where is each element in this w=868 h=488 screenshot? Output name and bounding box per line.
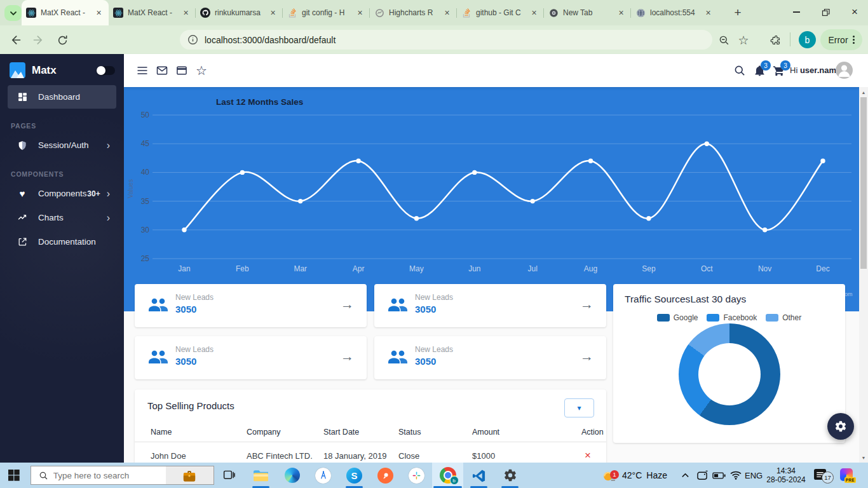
legend-item-other[interactable]: Other [766,313,801,322]
lead-card-value: 3050 [415,356,453,367]
new-leads-card-2[interactable]: New Leads 3050 → [135,336,367,379]
screen-cast-icon[interactable] [696,463,709,488]
tab-close-icon[interactable]: × [616,8,627,18]
arrow-right-icon[interactable]: → [341,349,354,364]
window-close-button[interactable]: × [841,0,868,24]
reload-icon [57,34,69,46]
browser-tab-0[interactable]: MatX React -× [22,0,109,25]
legend-item-facebook[interactable]: Facebook [707,313,757,322]
sidebar-item-dashboard[interactable]: Dashboard [8,85,116,109]
browser-profile-avatar[interactable]: b [799,31,816,48]
sidebar-mode-toggle[interactable] [98,66,115,75]
table-filter-dropdown[interactable]: ▾ [564,398,594,417]
copilot-icon[interactable]: PRE [840,468,853,481]
taskbar-file-explorer-icon[interactable] [245,463,276,488]
tab-close-icon[interactable]: × [93,8,104,18]
battery-icon[interactable] [712,463,726,488]
user-avatar[interactable] [836,62,853,79]
taskbar-chrome-icon[interactable]: b [432,463,463,488]
sidebar-item-documentation[interactable]: Documentation [8,230,116,254]
search-icon[interactable] [733,64,747,78]
extensions-icon[interactable] [767,32,783,48]
address-bar[interactable]: localhost:3000/dashboard/default [180,30,712,50]
menu-hamburger-icon[interactable] [135,64,149,78]
wifi-icon[interactable] [729,463,742,488]
x-tick-label: Mar [294,264,307,273]
settings-fab[interactable] [827,413,854,440]
browser-tab-6[interactable]: New Tab× [544,0,631,25]
reload-button[interactable] [55,32,70,48]
search-highlight-briefcase-icon[interactable] [166,466,214,484]
site-info-icon[interactable] [187,34,198,45]
star-icon[interactable]: ☆ [194,64,208,78]
bookmark-star-icon[interactable]: ☆ [735,32,752,48]
scroll-up-icon[interactable]: ▲ [859,88,868,97]
new-leads-card-1[interactable]: New Leads 3050 → [374,284,606,327]
tab-search-button[interactable] [4,5,22,21]
weather-widget[interactable]: 1 42°C Haze [601,463,667,488]
web-asset-icon[interactable] [175,64,189,78]
chevron-right-icon: › [107,188,110,200]
table-row[interactable]: John Doe ABC Fintech LTD. 18 January, 20… [135,443,606,463]
scrollbar-thumb[interactable] [860,97,867,269]
clock-widget[interactable]: 14:34 28-05-2024 [765,466,807,484]
legend-item-google[interactable]: Google [657,313,698,322]
window-restore-button[interactable] [811,0,839,24]
tab-close-icon[interactable]: × [355,8,365,18]
back-button[interactable] [8,32,23,48]
notifications-bell-icon[interactable]: 3 [752,64,766,78]
taskbar-skype-icon[interactable]: S [339,463,370,488]
browser-tab-3[interactable]: git config - H× [283,0,370,25]
browser-menu-button[interactable]: Error [820,29,862,50]
delete-x-icon[interactable]: × [585,449,591,461]
page-scrollbar[interactable]: ▲ ▼ [859,87,868,463]
new-leads-card-0[interactable]: New Leads 3050 → [135,284,367,327]
legend-swatch [657,314,670,322]
cart-icon[interactable]: 3 [772,64,786,78]
tab-close-icon[interactable]: × [703,8,714,18]
browser-tab-1[interactable]: MatX React -× [109,0,196,25]
taskbar-settings-icon[interactable] [494,463,526,488]
taskbar-dev-compass-icon[interactable] [308,463,339,488]
tab-close-icon[interactable]: × [268,8,278,18]
taskbar-search-box[interactable] [31,466,214,485]
new-leads-card-3[interactable]: New Leads 3050 → [374,336,606,379]
x-tick-label: Sep [642,264,656,273]
sales-chart-panel: Last 12 Months Sales 253035404550ValuesJ… [124,87,859,311]
browser-menu-label: Error [828,35,848,45]
language-indicator[interactable]: ENG [745,463,763,488]
data-point [182,227,186,232]
sidebar-item-components[interactable]: ♥Components30+› [8,182,116,205]
taskbar-edge-icon[interactable] [276,463,308,488]
tab-close-icon[interactable]: × [529,8,539,18]
search-input[interactable] [53,471,166,480]
window-minimize-button[interactable] [782,0,810,24]
sidebar-item-charts[interactable]: Charts› [8,206,116,229]
arrow-right-icon[interactable]: → [341,297,354,312]
weather-haze-icon: 1 [601,468,617,484]
arrow-right-icon[interactable]: → [580,297,593,312]
lead-card-label: New Leads [175,345,214,354]
start-button[interactable] [8,470,20,481]
sidebar-item-session-auth[interactable]: Session/Auth› [8,133,116,157]
mail-icon[interactable] [155,64,169,78]
top-selling-products-card: Top Selling Products ▾ NameCompanyStart … [135,390,606,463]
browser-tab-5[interactable]: github - Git C× [457,0,544,25]
task-view-button[interactable] [222,468,236,482]
new-tab-button[interactable]: + [729,4,746,21]
browser-tab-4[interactable]: Highcharts R× [370,0,457,25]
browser-tab-2[interactable]: rinkukumarsa× [196,0,283,25]
tray-expand-button[interactable] [681,463,689,488]
browser-tab-7[interactable]: localhost:554× [631,0,718,25]
zoom-level-icon[interactable] [715,32,732,48]
tab-close-icon[interactable]: × [180,8,191,18]
arrow-right-icon[interactable]: → [580,349,593,364]
forward-button[interactable] [31,32,46,48]
taskbar-vscode-icon[interactable] [463,463,494,488]
restore-icon [820,7,831,18]
scroll-down-icon[interactable]: ▼ [859,453,868,462]
taskbar-slack-icon[interactable] [401,463,432,488]
taskbar-postman-icon[interactable] [370,463,401,488]
data-point [820,159,825,163]
tab-close-icon[interactable]: × [442,8,452,18]
